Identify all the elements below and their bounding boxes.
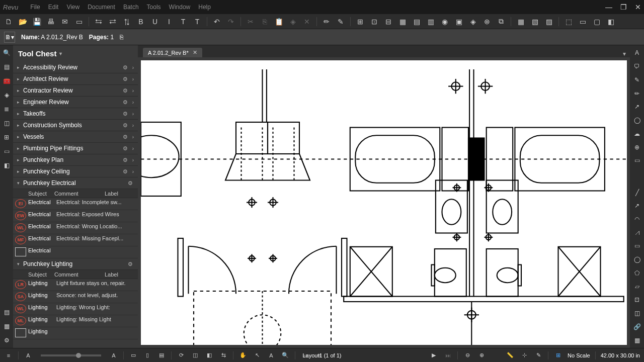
group-punchkey-electrical[interactable]: ▾ Punchkey Electrical ⚙ bbox=[13, 177, 138, 189]
snap-icon[interactable]: ◈ bbox=[288, 17, 297, 26]
calib-icon[interactable]: ✎ bbox=[534, 352, 543, 358]
next-icon[interactable]: ▶ bbox=[429, 352, 438, 358]
text1-icon[interactable]: T bbox=[179, 17, 188, 26]
group-2[interactable]: ▸ Contractor Review ⚙ › bbox=[13, 85, 138, 97]
note-icon[interactable]: 🗩 bbox=[632, 63, 641, 70]
close-icon[interactable]: ✕ bbox=[635, 3, 641, 11]
bold-icon[interactable]: B bbox=[136, 17, 145, 26]
m6-icon[interactable]: ▥ bbox=[426, 17, 435, 26]
expand-icon[interactable]: ≡ bbox=[4, 352, 13, 358]
menu-edit[interactable]: Edit bbox=[48, 4, 59, 11]
toolchest-icon[interactable]: 🧰 bbox=[2, 76, 11, 85]
zoom-out-icon[interactable]: A bbox=[24, 352, 33, 358]
tab-list-icon[interactable]: ▾ bbox=[623, 50, 626, 57]
pan-icon[interactable]: ✋ bbox=[238, 352, 248, 358]
highlighter-icon[interactable]: ✏ bbox=[322, 17, 331, 26]
tool-row[interactable]: WL Lighting Lighting: Wrong Light: bbox=[13, 303, 138, 315]
collapse-icon[interactable]: ▾ bbox=[17, 261, 23, 266]
gear-icon[interactable]: ⚙ bbox=[122, 122, 129, 129]
layout-icon[interactable]: ◫ bbox=[191, 352, 200, 358]
tool-row[interactable]: ML Lighting Lighting: Missing Light bbox=[13, 315, 138, 327]
polygon-icon[interactable]: ⬠ bbox=[632, 269, 641, 277]
save-icon[interactable]: 💾 bbox=[32, 17, 41, 26]
m9-icon[interactable]: ◈ bbox=[468, 17, 477, 26]
gear-icon[interactable]: ⚙ bbox=[122, 111, 129, 117]
more-icon[interactable]: › bbox=[129, 157, 134, 163]
expand-icon[interactable]: ▸ bbox=[17, 157, 23, 162]
m12-icon[interactable]: ▦ bbox=[516, 17, 525, 26]
fit1-icon[interactable]: ▭ bbox=[129, 352, 138, 358]
rail7-icon[interactable]: ⊞ bbox=[2, 133, 11, 142]
gear-icon[interactable]: ⚙ bbox=[122, 64, 129, 71]
history-back-icon[interactable]: ⊖ bbox=[463, 352, 472, 358]
menu-view[interactable]: View bbox=[66, 4, 79, 11]
pen-icon[interactable]: ✎ bbox=[336, 17, 345, 26]
select-icon[interactable]: ↖ bbox=[253, 352, 262, 358]
gear-icon[interactable]: ⚙ bbox=[127, 180, 134, 187]
m8-icon[interactable]: ▣ bbox=[454, 17, 463, 26]
gear-icon[interactable]: ⚙ bbox=[122, 145, 129, 152]
align-left-icon[interactable]: ⮀ bbox=[94, 17, 103, 26]
drawing-canvas[interactable] bbox=[138, 57, 630, 348]
settings-icon[interactable]: ⚙ bbox=[2, 336, 11, 345]
gear-icon[interactable]: ⚙ bbox=[122, 87, 129, 94]
gear-icon[interactable]: ⚙ bbox=[122, 134, 129, 140]
layers-icon[interactable]: ≣ bbox=[2, 105, 11, 114]
m10-icon[interactable]: ⊛ bbox=[482, 17, 492, 26]
m13-icon[interactable]: ▧ bbox=[530, 17, 539, 26]
expand-icon[interactable]: ▸ bbox=[17, 169, 23, 174]
polyline-icon[interactable]: ⩘ bbox=[632, 229, 641, 236]
menu-tools[interactable]: Tools bbox=[147, 4, 161, 11]
m17-icon[interactable]: ▢ bbox=[592, 17, 601, 26]
group-5[interactable]: ▸ Construction Symbols ⚙ › bbox=[13, 120, 138, 131]
panel-title[interactable]: Tool Chest▾ bbox=[13, 45, 138, 62]
search-icon[interactable]: 🔍 bbox=[2, 48, 11, 57]
more-icon[interactable]: › bbox=[129, 146, 134, 151]
expand-icon[interactable]: ▸ bbox=[17, 65, 23, 70]
r2-icon[interactable]: ◫ bbox=[632, 310, 641, 317]
more-icon[interactable]: › bbox=[129, 123, 134, 128]
zoom-icon[interactable]: 🔍 bbox=[281, 352, 290, 358]
image-icon[interactable]: ▭ bbox=[632, 157, 641, 164]
properties-icon[interactable]: ◫ bbox=[2, 119, 11, 128]
next-last-icon[interactable]: ⏭ bbox=[443, 352, 452, 358]
zoom-in-icon[interactable]: A bbox=[109, 352, 118, 358]
expand-icon[interactable]: ▸ bbox=[17, 111, 23, 116]
email-icon[interactable]: ✉ bbox=[60, 17, 69, 26]
expand-icon[interactable]: ▸ bbox=[17, 134, 23, 139]
rail-bottom2-icon[interactable]: ▦ bbox=[2, 322, 11, 331]
tool-row[interactable]: SA Lighting Sconce: not level, adjust. bbox=[13, 291, 138, 303]
menu-file[interactable]: File bbox=[30, 4, 40, 11]
underline-icon[interactable]: U bbox=[150, 17, 159, 26]
stamp-icon[interactable]: ⊕ bbox=[632, 143, 641, 151]
group-9[interactable]: ▸ Punchkey Ceiling ⚙ › bbox=[13, 166, 138, 177]
m3-icon[interactable]: ⊟ bbox=[384, 17, 393, 26]
arc-icon[interactable]: ◠ bbox=[632, 216, 641, 223]
paste-icon[interactable]: 📋 bbox=[274, 17, 283, 26]
more-icon[interactable]: › bbox=[129, 88, 134, 94]
expand-icon[interactable]: ▸ bbox=[17, 123, 23, 128]
rail8-icon[interactable]: ▭ bbox=[2, 147, 11, 156]
menu-help[interactable]: Help bbox=[198, 4, 211, 11]
highlight2-icon[interactable]: ✏ bbox=[632, 89, 641, 97]
line-icon[interactable]: ╱ bbox=[632, 189, 641, 196]
more-icon[interactable]: › bbox=[129, 134, 134, 140]
arrow2-icon[interactable]: ↗ bbox=[632, 202, 641, 210]
tool-row[interactable]: □ Electrical bbox=[13, 246, 138, 258]
tool-row[interactable]: LR Lighting Light fixture stays on, repa… bbox=[13, 279, 138, 291]
sync-icon[interactable]: ⇆ bbox=[219, 352, 228, 358]
more-icon[interactable]: › bbox=[129, 76, 134, 82]
maximize-icon[interactable]: ❐ bbox=[620, 3, 627, 11]
m7-icon[interactable]: ◉ bbox=[440, 17, 449, 26]
textsel-icon[interactable]: A bbox=[267, 352, 276, 358]
pen2-icon[interactable]: ✎ bbox=[632, 76, 641, 83]
markup-text-icon[interactable]: A bbox=[632, 49, 641, 57]
page-dropdown[interactable]: 🗎▾ bbox=[4, 32, 15, 43]
cloud2-icon[interactable]: ▱ bbox=[632, 283, 641, 290]
tool-row[interactable]: WL Electrical Electrical: Wrong Locatio.… bbox=[13, 222, 138, 234]
ellipse-icon[interactable]: ◯ bbox=[632, 117, 641, 124]
menu-document[interactable]: Document bbox=[88, 4, 115, 11]
fit3-icon[interactable]: ▤ bbox=[157, 352, 166, 358]
menu-window[interactable]: Window bbox=[169, 4, 191, 11]
m11-icon[interactable]: ⧉ bbox=[497, 17, 506, 26]
